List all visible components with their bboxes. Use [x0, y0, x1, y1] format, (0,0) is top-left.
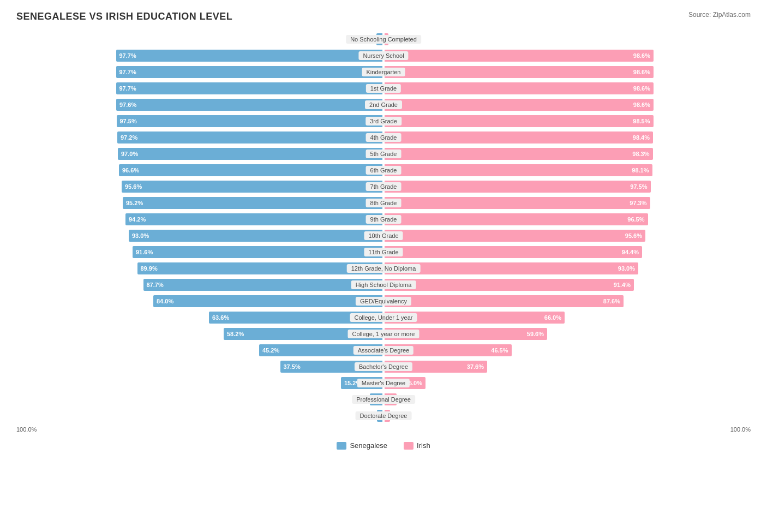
bar-row: 97.0%5th Grade98.3%	[16, 147, 751, 161]
center-label: 11th Grade	[364, 248, 403, 256]
bar-row: 15.2%Master's Degree15.0%	[16, 376, 751, 390]
right-side: 98.6%	[384, 99, 751, 111]
bar-pct-left: 63.6%	[212, 314, 229, 321]
bar-pct-right: 98.6%	[633, 101, 650, 108]
bar-row: 97.6%2nd Grade98.6%	[16, 98, 751, 112]
right-side: 96.5%	[384, 213, 751, 225]
bar-row: 45.2%Associate's Degree46.5%	[16, 343, 751, 357]
center-label: 7th Grade	[366, 182, 402, 191]
bar-row: 89.9%12th Grade, No Diploma93.0%	[16, 261, 751, 276]
right-side: 46.5%	[384, 344, 751, 356]
bar-pink: 98.3%	[385, 148, 653, 160]
right-side: 98.4%	[384, 131, 751, 144]
center-label: Professional Degree	[352, 395, 415, 404]
bar-pink: 94.4%	[385, 246, 642, 258]
right-side: 98.6%	[384, 50, 751, 62]
bar-blue: 87.7%	[143, 279, 383, 291]
left-side: 95.6%	[16, 181, 384, 193]
chart-source: Source: ZipAtlas.com	[688, 11, 751, 19]
bar-pct-right: 46.5%	[491, 347, 508, 354]
center-label: GED/Equivalency	[356, 297, 411, 306]
bar-pct-left: 97.7%	[119, 52, 136, 59]
left-side: 97.7%	[16, 82, 384, 94]
bar-pink: 97.3%	[385, 197, 650, 209]
bar-pink: 98.6%	[385, 66, 654, 78]
bar-blue: 97.7%	[116, 50, 383, 62]
bar-pct-left: 97.5%	[120, 118, 137, 124]
center-label: No Schooling Completed	[346, 35, 421, 44]
bar-row: 97.7%Nursery School98.6%	[16, 49, 751, 63]
bar-pct-right: 96.5%	[627, 216, 644, 223]
left-side: 97.6%	[16, 99, 384, 111]
bar-pct-left: 97.7%	[119, 69, 136, 75]
bar-pct-left: 45.2%	[262, 347, 279, 354]
left-side: 95.2%	[16, 197, 384, 209]
center-label: 2nd Grade	[365, 100, 402, 109]
left-side: 58.2%	[16, 328, 384, 340]
bar-blue: 97.7%	[116, 82, 383, 94]
right-side: 97.3%	[384, 197, 751, 209]
left-side: 2.0%	[16, 410, 384, 422]
bar-row: 95.6%7th Grade97.5%	[16, 180, 751, 194]
bar-pct-left: 87.7%	[147, 282, 164, 288]
left-side: 2.3%	[16, 33, 384, 45]
left-side: 15.2%	[16, 377, 384, 389]
center-label: Kindergarten	[362, 68, 405, 76]
bar-pct-right: 37.6%	[467, 363, 484, 370]
bar-pink: 98.5%	[385, 115, 654, 127]
center-label: Bachelor's Degree	[355, 362, 412, 371]
bar-pct-right: 98.5%	[633, 118, 650, 124]
bottom-labels: 100.0%100.0%	[16, 426, 751, 433]
bar-row: 4.6%Professional Degree4.4%	[16, 392, 751, 407]
bar-pct-right: 95.6%	[625, 232, 642, 239]
left-side: 97.7%	[16, 66, 384, 78]
bar-pink: 98.4%	[385, 131, 653, 144]
bar-pink: 98.6%	[385, 82, 654, 94]
right-side: 98.5%	[384, 115, 751, 127]
right-side: 97.5%	[384, 181, 751, 193]
left-side: 87.7%	[16, 279, 384, 291]
bar-pct-right: 98.6%	[633, 52, 650, 59]
right-side: 59.6%	[384, 328, 751, 340]
left-side: 91.6%	[16, 246, 384, 258]
bar-row: 37.5%Bachelor's Degree37.6%	[16, 360, 751, 374]
left-side: 94.2%	[16, 213, 384, 225]
right-side: 95.6%	[384, 230, 751, 242]
right-side: 15.0%	[384, 377, 751, 389]
bar-row: 2.0%Doctorate Degree1.9%	[16, 409, 751, 423]
right-side: 37.6%	[384, 361, 751, 373]
center-label: Doctorate Degree	[356, 411, 412, 420]
center-label: 5th Grade	[366, 150, 402, 158]
bar-row: 58.2%College, 1 year or more59.6%	[16, 327, 751, 341]
bar-row: 96.6%6th Grade98.1%	[16, 163, 751, 177]
chart-container: SENEGALESE VS IRISH EDUCATION LEVEL Sour…	[16, 11, 751, 450]
center-label: Master's Degree	[357, 379, 410, 387]
legend-label-senegalese: Senegalese	[350, 441, 387, 450]
left-side: 97.7%	[16, 50, 384, 62]
bar-blue: 93.0%	[129, 230, 382, 242]
left-side: 89.9%	[16, 262, 384, 274]
bar-pct-right: 91.4%	[614, 282, 631, 288]
bar-pct-right: 66.0%	[544, 314, 561, 321]
center-label: College, 1 year or more	[348, 330, 420, 338]
right-side: 94.4%	[384, 246, 751, 258]
bar-blue: 97.7%	[116, 66, 383, 78]
bar-pct-right: 98.3%	[632, 151, 649, 157]
bar-pct-right: 98.6%	[633, 85, 650, 92]
bar-row: 94.2%9th Grade96.5%	[16, 212, 751, 226]
left-side: 97.5%	[16, 115, 384, 127]
bar-row: 87.7%High School Diploma91.4%	[16, 278, 751, 292]
bottom-right-label: 100.0%	[730, 426, 751, 433]
bar-pct-left: 58.2%	[227, 331, 244, 337]
bar-pct-left: 84.0%	[157, 298, 173, 304]
bar-blue: 94.2%	[125, 213, 382, 225]
bar-pct-right: 87.6%	[603, 298, 620, 304]
right-side: 1.9%	[384, 410, 751, 422]
bar-pink: 98.1%	[385, 164, 652, 176]
legend-label-irish: Irish	[417, 441, 430, 450]
center-label: Associate's Degree	[353, 346, 414, 355]
right-side: 93.0%	[384, 262, 751, 274]
bar-pct-left: 97.2%	[121, 134, 137, 141]
bar-row: 97.7%1st Grade98.6%	[16, 81, 751, 95]
bar-pink: 98.6%	[385, 99, 654, 111]
